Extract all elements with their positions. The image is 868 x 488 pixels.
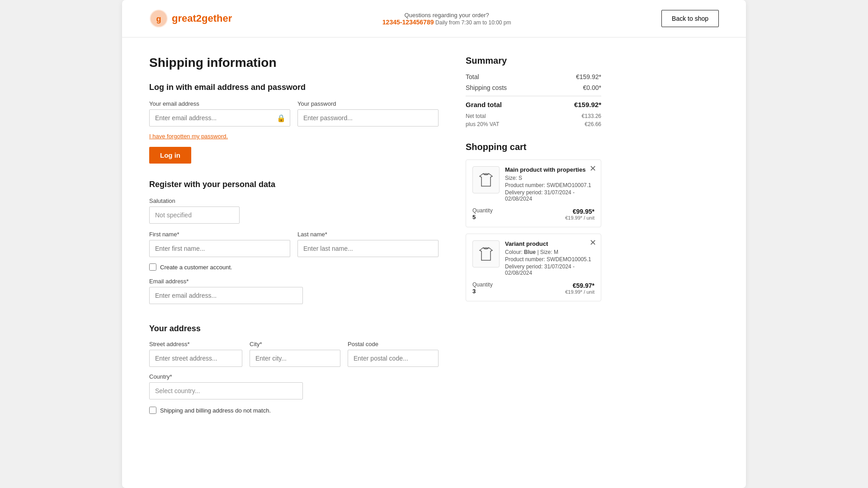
register-email-input[interactable] <box>149 287 303 304</box>
customer-account-checkbox[interactable] <box>149 263 156 271</box>
cart-qty-1: Quantity 5 <box>472 207 493 221</box>
lock-icon: 🔒 <box>277 114 286 122</box>
last-name-input[interactable] <box>297 240 439 257</box>
cart-item-product-number-1: Product number: SWDEMO10007.1 <box>505 182 594 188</box>
cart-item-info-1: Main product with properties Size: S Pro… <box>505 166 594 203</box>
summary-grand-total-value: €159.92* <box>574 101 601 108</box>
shirt-icon-2 <box>477 245 495 263</box>
email-input-wrapper: 🔒 <box>149 109 290 127</box>
header-contact: Questions regarding your order? 12345-12… <box>382 12 511 26</box>
summary-vat-label: plus 20% VAT <box>466 121 499 127</box>
email-input[interactable] <box>149 109 290 127</box>
name-row: First name* Last name* <box>149 231 439 257</box>
summary-total-value: €159.92* <box>576 73 601 80</box>
cart-item-bottom-2: Quantity 3 €59.97* €19.99* / unit <box>472 282 594 295</box>
city-field: City* <box>250 341 340 367</box>
summary-vat-value: €26.66 <box>585 121 601 127</box>
summary-net-value: €133.26 <box>582 113 601 119</box>
cart-item-colour-2: Colour: Blue | Size: M <box>505 249 594 255</box>
billing-mismatch-label[interactable]: Shipping and billing address do not matc… <box>160 407 271 414</box>
summary-box: Summary Total €159.92* Shipping costs €0… <box>466 56 601 127</box>
postal-field: Postal code <box>348 341 439 367</box>
summary-shipping-value: €0.00* <box>583 84 601 91</box>
summary-vat-row: plus 20% VAT €26.66 <box>466 121 601 127</box>
summary-divider <box>466 96 601 96</box>
sidebar: Summary Total €159.92* Shipping costs €0… <box>466 56 601 430</box>
password-input[interactable] <box>297 109 439 127</box>
billing-mismatch-checkbox[interactable] <box>149 407 156 414</box>
cart-item-image-1 <box>472 166 500 193</box>
country-field: Country* Select country... Germany Austr… <box>149 373 303 399</box>
contact-hours: Daily from 7:30 am to 10:00 pm <box>435 19 511 26</box>
cart-remove-button-1[interactable]: ✕ <box>590 164 596 173</box>
first-name-field: First name* <box>149 231 290 257</box>
summary-net-row: Net total €133.26 <box>466 113 601 119</box>
cart-price-1: €99.95* €19.99* / unit <box>565 208 594 221</box>
cart-item-delivery-2: Delivery period: 31/07/2024 - 02/08/2024 <box>505 263 594 276</box>
cart-item-bottom-1: Quantity 5 €99.95* €19.99* / unit <box>472 207 594 221</box>
email-label: Your email address <box>149 100 290 107</box>
city-input[interactable] <box>250 350 340 367</box>
cart-item-info-2: Variant product Colour: Blue | Size: M P… <box>505 240 594 277</box>
logo-text: great2gether <box>172 13 232 24</box>
street-input[interactable] <box>149 350 242 367</box>
first-name-input[interactable] <box>149 240 290 257</box>
back-to-shop-button[interactable]: Back to shop <box>661 10 719 27</box>
address-block: Your address Street address* City* Posta… <box>149 320 439 414</box>
first-name-label: First name* <box>149 231 290 238</box>
cart-item-name-1: Main product with properties <box>505 166 594 173</box>
header: g great2gether Questions regarding your … <box>122 0 746 38</box>
forgot-password-link[interactable]: I have forgotten my password. <box>149 133 439 140</box>
cart-item-2: ✕ Variant product Colour <box>466 234 601 301</box>
register-block: Register with your personal data Salutat… <box>149 180 439 304</box>
summary-shipping-label: Shipping costs <box>466 84 507 91</box>
street-field: Street address* <box>149 341 242 367</box>
country-select[interactable]: Select country... Germany Austria Switze… <box>149 382 303 399</box>
customer-account-label[interactable]: Create a customer account. <box>160 264 232 271</box>
login-button[interactable]: Log in <box>149 147 191 164</box>
cart-item-size-1: Size: S <box>505 175 594 181</box>
register-email-label: Email address* <box>149 278 439 285</box>
postal-input[interactable] <box>348 350 439 367</box>
cart-item-name-2: Variant product <box>505 240 594 247</box>
email-field-container: Your email address 🔒 <box>149 100 290 127</box>
city-label: City* <box>250 341 340 347</box>
customer-account-row: Create a customer account. <box>149 263 439 271</box>
cart-title: Shopping cart <box>466 142 601 152</box>
address-section-title: Your address <box>149 320 439 333</box>
address-row-1: Street address* City* Postal code <box>149 341 439 367</box>
street-label: Street address* <box>149 341 242 347</box>
summary-title: Summary <box>466 56 601 66</box>
contact-label: Questions regarding your order? <box>382 12 511 19</box>
summary-grand-total-label: Grand total <box>466 101 502 108</box>
last-name-label: Last name* <box>297 231 439 238</box>
password-field-container: Your password <box>297 100 439 127</box>
login-block: Log in with email address and password Y… <box>149 83 439 164</box>
salutation-label: Salutation <box>149 197 439 204</box>
summary-total-label: Total <box>466 73 479 80</box>
register-section-title: Register with your personal data <box>149 180 439 189</box>
cart-box: Shopping cart ✕ <box>466 142 601 301</box>
cart-item-image-2 <box>472 240 500 267</box>
form-section: Shipping information Log in with email a… <box>149 56 439 430</box>
logo: g great2gether <box>149 9 232 28</box>
svg-text:g: g <box>156 14 161 23</box>
country-label: Country* <box>149 373 303 380</box>
cart-item: ✕ Main product with properties <box>466 160 601 227</box>
cart-qty-2: Quantity 3 <box>472 282 493 295</box>
postal-label: Postal code <box>348 341 439 347</box>
cart-item-top-1: Main product with properties Size: S Pro… <box>472 166 594 203</box>
salutation-field: Salutation Not specified Mr. Ms. Mx. <box>149 197 439 224</box>
logo-icon: g <box>149 9 168 28</box>
billing-mismatch-row: Shipping and billing address do not matc… <box>149 407 439 414</box>
cart-item-delivery-1: Delivery period: 31/07/2024 - 02/08/2024 <box>505 189 594 202</box>
summary-shipping-row: Shipping costs €0.00* <box>466 84 601 91</box>
cart-remove-button-2[interactable]: ✕ <box>590 239 596 247</box>
contact-phone: 12345-123456789 <box>382 19 434 26</box>
salutation-select[interactable]: Not specified Mr. Ms. Mx. <box>149 206 240 224</box>
shirt-icon-1 <box>477 171 495 189</box>
main-content: Shipping information Log in with email a… <box>122 38 746 448</box>
summary-net-label: Net total <box>466 113 486 119</box>
page-title: Shipping information <box>149 56 439 70</box>
summary-grand-total-row: Grand total €159.92* <box>466 101 601 108</box>
